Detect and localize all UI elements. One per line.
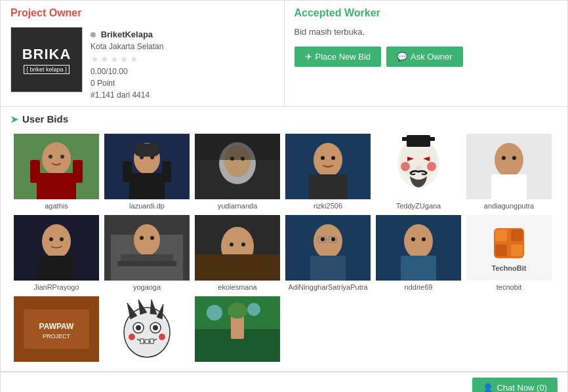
svg-point-90: [159, 334, 165, 340]
svg-text:TechnoBit: TechnoBit: [492, 264, 527, 272]
bid-avatar-game[interactable]: [195, 296, 280, 362]
bid-username-yogaoga: yogaoga: [133, 283, 161, 291]
bid-avatar-rizki[interactable]: [285, 134, 371, 199]
svg-point-96: [228, 303, 247, 319]
owner-rating: 0.00/10.00: [91, 67, 163, 76]
svg-point-42: [49, 237, 53, 241]
star-1: ★: [91, 54, 99, 64]
svg-point-53: [230, 243, 233, 246]
bid-avatar-adi[interactable]: [285, 215, 371, 281]
svg-rect-10: [123, 161, 132, 182]
main-container: Project Owner BRIKA { briket kelapa } Br…: [0, 0, 568, 392]
accepted-worker-title: Accepted Worker: [294, 7, 558, 19]
svg-rect-74: [511, 245, 523, 256]
bid-avatar-jianr[interactable]: [14, 215, 99, 281]
svg-point-37: [502, 156, 506, 160]
bid-username-rizki: rizki2506: [314, 202, 342, 210]
list-item: lazuardi.dp: [104, 134, 190, 210]
user-bids-header[interactable]: ➤ User Bids: [10, 113, 558, 125]
owner-info: BRIKA { briket kelapa } BriketKelapa Kot…: [10, 27, 274, 100]
svg-point-89: [129, 334, 135, 340]
ask-owner-label: Ask Owner: [411, 52, 453, 62]
chevron-icon: ➤: [10, 114, 18, 125]
bid-avatar-technobit[interactable]: TechnoBit: [466, 215, 552, 281]
list-item: TechnoBit tecnobit: [466, 215, 552, 291]
svg-point-25: [331, 156, 335, 160]
svg-rect-2: [37, 173, 76, 199]
svg-rect-87: [145, 340, 149, 343]
star-2: ★: [100, 54, 109, 64]
svg-rect-20: [195, 134, 280, 160]
svg-point-29: [415, 166, 422, 170]
list-item: agathis: [14, 134, 99, 210]
project-owner-panel: Project Owner BRIKA { briket kelapa } Br…: [1, 1, 285, 106]
svg-point-46: [134, 224, 160, 256]
bid-username-technobit: tecnobit: [497, 283, 522, 291]
owner-name-row: BriketKelapa: [91, 29, 163, 39]
bid-avatar-yudiarnanda[interactable]: [195, 134, 280, 199]
svg-point-84: [136, 325, 141, 330]
bids-grid: agathis lazuardi.dp: [10, 134, 558, 364]
yogaoga-avatar-img: [104, 215, 190, 281]
place-bid-label: Place New Bid: [315, 52, 371, 62]
user-bids-section: ➤ User Bids agat: [1, 107, 567, 372]
star-5: ★: [130, 54, 138, 64]
svg-rect-50: [117, 261, 176, 266]
svg-rect-73: [495, 245, 507, 256]
bid-avatar-yogaoga[interactable]: [104, 215, 190, 281]
technobit-avatar-img: TechnoBit: [466, 215, 552, 281]
online-status-dot: [91, 32, 96, 37]
agathis-avatar-img: [14, 134, 99, 199]
bid-avatar-agathis[interactable]: [14, 134, 99, 199]
svg-point-24: [321, 156, 325, 160]
svg-point-67: [411, 237, 415, 241]
svg-rect-55: [195, 254, 280, 281]
user-bids-title: User Bids: [22, 113, 68, 125]
svg-point-22: [314, 143, 342, 177]
svg-point-48: [150, 236, 154, 240]
svg-rect-4: [73, 160, 83, 183]
andia-avatar-img: [466, 134, 552, 199]
svg-point-5: [49, 155, 52, 159]
svg-rect-31: [407, 135, 430, 147]
svg-rect-49: [121, 254, 173, 261]
monster-avatar-img: [104, 296, 190, 362]
bid-avatar-andia[interactable]: [466, 134, 552, 199]
svg-point-38: [512, 156, 516, 160]
bid-avatar-nddrie[interactable]: [376, 215, 461, 281]
svg-point-85: [153, 325, 158, 330]
svg-point-93: [207, 305, 222, 321]
bid-avatar-monster[interactable]: [104, 296, 190, 362]
bid-avatar-lazuardi[interactable]: [104, 134, 190, 199]
project-owner-title: Project Owner: [10, 7, 274, 19]
accepted-worker-panel: Accepted Worker Bid masih terbuka. ✈ Pla…: [285, 1, 568, 106]
svg-rect-11: [162, 161, 171, 182]
top-section: Project Owner BRIKA { briket kelapa } Br…: [1, 1, 567, 107]
ekoles-avatar-img: [195, 215, 280, 281]
bid-avatar-ekoles[interactable]: [195, 215, 280, 281]
bid-username-yudiarnanda: yudiarnanda: [218, 202, 258, 210]
avatar-sub-text: { briket kelapa }: [24, 65, 70, 74]
svg-text:PAWPAW: PAWPAW: [39, 322, 75, 331]
ask-owner-button[interactable]: 💬 Ask Owner: [386, 47, 463, 67]
adi-avatar-img: [285, 215, 371, 281]
bid-avatar-teddy[interactable]: [376, 134, 461, 199]
bid-username-ekoles: ekolesmana: [218, 283, 256, 291]
teddy-avatar-img: [376, 134, 461, 199]
svg-point-60: [331, 237, 335, 241]
list-item: AdiNinggharSatriyaPutra: [285, 215, 371, 291]
svg-point-1: [42, 142, 71, 175]
svg-point-43: [60, 237, 64, 241]
nddrie-avatar-img: [376, 215, 461, 281]
bid-avatar-paw[interactable]: PAWPAW PROJECT: [14, 296, 99, 362]
list-item: rizki2506: [285, 134, 371, 210]
svg-rect-23: [309, 174, 347, 199]
svg-point-94: [247, 303, 260, 316]
list-item: JianRPrayogo: [14, 215, 99, 291]
game-avatar-img: [195, 296, 280, 362]
bid-username-adi: AdiNinggharSatriyaPutra: [288, 283, 367, 291]
list-item: ekolesmana: [195, 215, 280, 291]
chat-now-button[interactable]: 👤 Chat Now (0): [472, 378, 558, 392]
place-bid-button[interactable]: ✈ Place New Bid: [294, 47, 382, 67]
rating-stars: ★ ★ ★ ★ ★: [91, 54, 163, 64]
